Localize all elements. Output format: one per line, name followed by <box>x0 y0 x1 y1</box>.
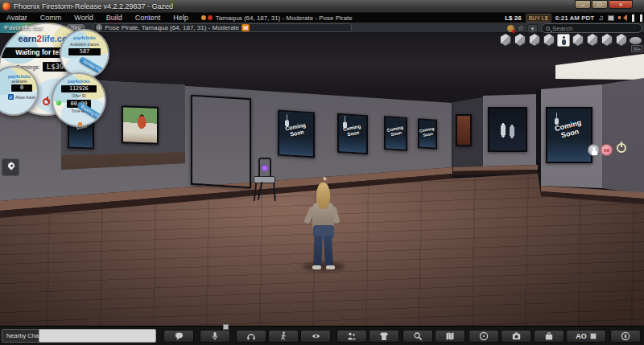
voice-speak-button[interactable] <box>200 330 230 343</box>
ao-expand-toggle[interactable] <box>590 333 597 339</box>
outfit-button[interactable] <box>369 330 399 343</box>
menu-content[interactable]: Content <box>129 13 167 23</box>
avatar-shoe <box>312 265 321 269</box>
walking-person-icon <box>279 331 288 341</box>
avatar-circle-button[interactable] <box>588 144 600 156</box>
chair-leg <box>254 183 257 201</box>
menu-build[interactable]: Build <box>100 13 129 23</box>
people-button[interactable] <box>336 330 367 343</box>
chat-input[interactable] <box>39 329 156 343</box>
right-mini-hud: X0 <box>588 142 636 158</box>
address-bar[interactable]: i Pose Pirate, Tamaqua (64, 187, 31) - M… <box>93 23 352 32</box>
movement-controls-button[interactable] <box>268 330 299 343</box>
close-button[interactable]: × <box>609 0 633 9</box>
photo-poster-dark[interactable] <box>488 107 527 152</box>
quick-prefs-button[interactable] <box>610 330 641 343</box>
media-stream-icon[interactable] <box>608 15 614 21</box>
hud-power-button[interactable] <box>617 143 626 153</box>
avatar-icon <box>560 36 567 45</box>
search-button[interactable] <box>402 330 433 343</box>
location-pin-button[interactable] <box>2 158 19 176</box>
hud-attachment-button[interactable] <box>528 34 541 47</box>
inventory-button[interactable] <box>534 330 564 343</box>
cube-icon <box>572 34 584 46</box>
voice-detach-toggle[interactable] <box>223 324 229 330</box>
sphere-icon[interactable] <box>630 37 642 44</box>
coming-soon-poster[interactable]: Coming Soon <box>418 118 437 149</box>
avatar-shadow <box>303 262 345 271</box>
favorites-star-icon[interactable]: ☆ <box>518 24 524 33</box>
buy-linden-button[interactable]: BUY L$ <box>526 14 551 23</box>
menu-comm[interactable]: Comm <box>34 13 68 23</box>
firestorm-circle-icon <box>621 331 630 341</box>
parcel-info-icon[interactable]: i <box>96 24 102 31</box>
coming-soon-poster[interactable]: Coming Soon <box>384 116 407 151</box>
allow-adult-label: Allow Adult <box>15 95 35 100</box>
hud-attachment-button[interactable] <box>615 34 628 47</box>
status-dot-green <box>56 101 61 105</box>
search-input[interactable] <box>552 25 633 32</box>
hud-attachment-button[interactable] <box>586 34 599 47</box>
pay4clicks-logo: pay4clicks <box>53 79 105 84</box>
hud-attachment-button[interactable] <box>572 34 584 47</box>
menu-world[interactable]: World <box>68 13 99 23</box>
user-avatar[interactable] <box>303 183 345 271</box>
media-music-icon[interactable]: ♫ <box>598 13 604 23</box>
menu-location-text[interactable]: Tamaqua (64, 187, 31) - Moderate - Pose … <box>216 14 353 22</box>
microphone-icon <box>210 331 220 341</box>
coming-soon-poster[interactable]: Coming Soon <box>278 110 315 158</box>
voice-settings-button[interactable] <box>236 330 266 343</box>
hud-attachment-button[interactable] <box>514 34 526 47</box>
small-poster-red[interactable] <box>456 114 472 146</box>
power-icon[interactable] <box>43 98 50 105</box>
menu-help[interactable]: Help <box>167 13 195 23</box>
counter-circle-button[interactable]: X0 <box>601 144 613 156</box>
ao-label: AO <box>576 332 587 340</box>
menu-bar: Avatar Comm World Build Content Help Tam… <box>0 13 644 23</box>
allow-adult-checkbox[interactable]: ✓ <box>8 94 14 100</box>
cube-icon <box>514 34 526 46</box>
available-places-label: Available places <box>61 42 108 47</box>
bottom-toolbar: Nearby Chat <box>0 326 644 345</box>
hud-attachment-button[interactable] <box>601 34 613 47</box>
hud-attachment-button[interactable] <box>499 34 512 47</box>
tshirt-icon <box>379 331 389 341</box>
people-icon <box>347 331 357 341</box>
hud-attachment-button-active[interactable] <box>557 34 570 47</box>
volume-bar-icon[interactable] <box>640 14 642 22</box>
pay4clicks-offer-hud[interactable]: pay4clicks 112926 Offer ID 00:00 Time le… <box>52 72 106 127</box>
cube-icon <box>543 34 555 46</box>
location-text: Pose Pirate, Tamaqua (64, 187, 31) - Mod… <box>105 24 239 31</box>
avatar-leg <box>313 236 322 267</box>
firestorm-logo-icon <box>2 2 10 10</box>
status-dot-orange <box>78 122 82 126</box>
menu-avatar[interactable]: Avatar <box>0 13 34 23</box>
coming-soon-poster[interactable]: Coming Soon <box>546 107 592 163</box>
chat-toggle-button[interactable] <box>163 330 194 343</box>
favorites-dropdown-button[interactable]: ▾ <box>527 24 538 33</box>
maximize-button[interactable]: □ <box>592 0 608 9</box>
snapshot-button[interactable] <box>501 330 531 343</box>
ao-button[interactable]: AO <box>566 330 606 343</box>
hud-counter-badge: 99+ <box>631 45 643 52</box>
cube-icon <box>587 34 598 46</box>
cube-icon <box>500 34 511 46</box>
photo-poster-outdoor[interactable] <box>122 105 159 145</box>
speaker-icon[interactable] <box>618 14 626 21</box>
moneybag-icon[interactable] <box>507 25 514 32</box>
camera-controls-button[interactable] <box>300 330 331 343</box>
minimap-button[interactable] <box>469 330 499 343</box>
hud-attachment-button[interactable] <box>543 34 555 47</box>
pay4clicks-places-hud[interactable]: pay4clicks Available places 587 Access P… <box>60 29 109 79</box>
available-places-value: 587 <box>68 48 101 55</box>
world-map-button[interactable] <box>435 330 465 343</box>
damage-icon <box>208 15 213 20</box>
coming-soon-poster[interactable]: Coming Soon <box>337 113 368 154</box>
pay4clicks-logo: pay4clicks <box>61 35 108 40</box>
magnifier-icon <box>413 331 423 341</box>
minimize-button[interactable]: – <box>575 0 591 9</box>
volume-bar-icon[interactable] <box>632 14 634 22</box>
map-icon <box>445 331 455 341</box>
gallery-chair[interactable] <box>239 158 278 203</box>
search-box[interactable] <box>541 23 642 33</box>
